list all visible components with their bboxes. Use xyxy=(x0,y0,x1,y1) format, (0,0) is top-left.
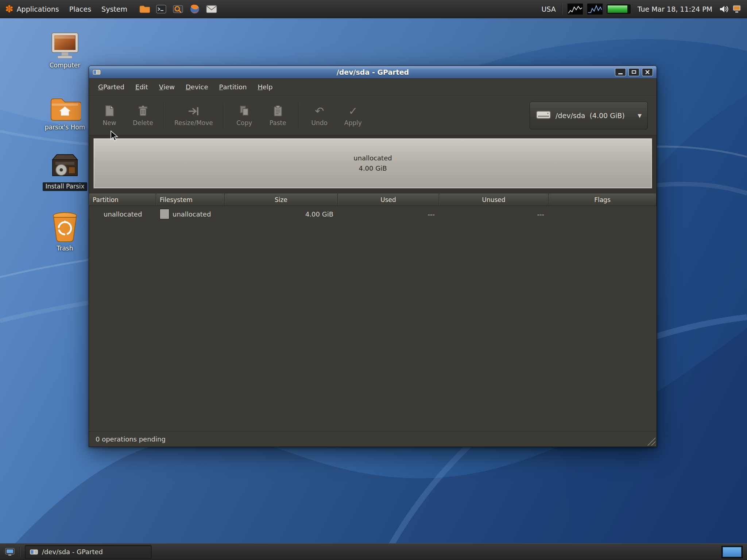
paste-button[interactable]: Paste xyxy=(261,101,295,129)
close-icon: × xyxy=(645,69,650,75)
column-header-unused[interactable]: Unused xyxy=(439,194,549,206)
column-header-partition[interactable]: Partition xyxy=(89,194,156,206)
column-header-filesystem[interactable]: Filesystem xyxy=(156,194,225,206)
maximize-button[interactable] xyxy=(628,68,639,76)
mouse-cursor xyxy=(110,131,120,141)
window-title: /dev/sda - GParted xyxy=(89,68,657,76)
row-size: 4.00 GiB xyxy=(305,210,333,218)
desktop-icon-install[interactable]: Install Parsix xyxy=(35,151,95,191)
column-header-size[interactable]: Size xyxy=(225,194,338,206)
minimize-icon xyxy=(618,73,623,74)
new-partition-icon xyxy=(104,104,115,117)
menubar: GParted Edit View Device Partition Help xyxy=(89,78,657,96)
applications-menu[interactable]: ✽ Applications xyxy=(0,0,64,18)
delete-button[interactable]: Delete xyxy=(126,101,160,129)
table-row[interactable]: unallocated unallocated 4.00 GiB --- --- xyxy=(89,206,657,222)
toolbar-separator xyxy=(223,102,224,129)
menu-view[interactable]: View xyxy=(154,78,180,96)
terminal-icon xyxy=(156,4,166,14)
mail-launcher[interactable] xyxy=(205,3,218,15)
chevron-down-icon: ▼ xyxy=(638,113,642,118)
maximize-icon xyxy=(632,70,636,74)
partition-table-body: unallocated unallocated 4.00 GiB --- --- xyxy=(89,206,657,431)
row-unused: --- xyxy=(537,210,545,218)
copy-icon xyxy=(239,104,250,117)
parsix-logo-icon: ✽ xyxy=(5,4,13,14)
top-panel: ✽ Applications Places System USA Tue Mar… xyxy=(0,0,747,18)
minimize-button[interactable] xyxy=(615,68,626,76)
bottom-panel: /dev/sda - GParted xyxy=(0,543,747,560)
new-button[interactable]: New xyxy=(93,101,126,129)
copy-button[interactable]: Copy xyxy=(228,101,261,129)
panel-launchers xyxy=(138,3,218,15)
gparted-app-icon xyxy=(30,548,38,556)
device-selector-size: (4.00 GiB) xyxy=(589,112,624,120)
places-menu[interactable]: Places xyxy=(64,0,96,18)
taskbar-item-label: /dev/sda - GParted xyxy=(42,548,103,556)
network-indicator[interactable] xyxy=(732,5,743,13)
file-manager-launcher[interactable] xyxy=(138,3,151,15)
active-workspace[interactable] xyxy=(723,547,742,557)
desktop-icon-label: Trash xyxy=(57,245,73,252)
toolbar: New Delete Resize/Move Copy Paste xyxy=(89,96,657,135)
workspace-switcher[interactable] xyxy=(721,546,743,558)
close-button[interactable]: × xyxy=(642,68,653,76)
screenshot-launcher[interactable] xyxy=(172,3,184,15)
terminal-launcher[interactable] xyxy=(155,3,167,15)
menu-edit[interactable]: Edit xyxy=(130,78,154,96)
system-menu[interactable]: System xyxy=(96,0,132,18)
undo-icon: ↶ xyxy=(315,104,324,117)
computer-icon xyxy=(49,32,81,60)
desktop-icon-computer[interactable]: Computer xyxy=(35,32,95,69)
column-header-flags[interactable]: Flags xyxy=(549,194,657,206)
system-monitor-graph-icon xyxy=(567,3,583,15)
menu-gparted[interactable]: GParted xyxy=(93,78,130,96)
web-browser-icon xyxy=(190,4,200,14)
toolbar-separator xyxy=(163,102,164,129)
taskbar-item-gparted[interactable]: /dev/sda - GParted xyxy=(25,545,152,559)
network-icon xyxy=(732,5,743,13)
menu-help[interactable]: Help xyxy=(252,78,278,96)
visual-partition-name: unallocated xyxy=(353,153,392,163)
resize-move-button[interactable]: Resize/Move xyxy=(168,101,220,129)
volume-control[interactable] xyxy=(719,5,729,13)
partition-table-header: Partition Filesystem Size Used Unused Fl… xyxy=(89,194,657,206)
drive-icon xyxy=(536,109,551,122)
device-selector-combo[interactable]: /dev/sda (4.00 GiB) ▼ xyxy=(530,102,648,129)
unallocated-visual-bar[interactable]: unallocated 4.00 GiB xyxy=(93,138,652,188)
system-monitor-applet[interactable] xyxy=(587,3,603,15)
trash-icon xyxy=(51,211,79,243)
keyboard-layout-indicator[interactable]: USA xyxy=(538,5,558,13)
row-filesystem: unallocated xyxy=(173,210,211,218)
menu-partition[interactable]: Partition xyxy=(214,78,252,96)
applet-handle xyxy=(562,3,562,14)
statusbar: 0 operations pending xyxy=(89,431,657,447)
apply-button[interactable]: ✓ Apply xyxy=(336,101,370,129)
resize-grip[interactable] xyxy=(646,436,655,446)
menu-device[interactable]: Device xyxy=(180,78,214,96)
desktop-icon-trash[interactable]: Trash xyxy=(35,211,95,252)
delete-icon xyxy=(138,104,148,117)
disk-visual-area: unallocated 4.00 GiB xyxy=(89,135,657,194)
desktop-icon-label: Computer xyxy=(50,62,81,69)
show-desktop-button[interactable] xyxy=(3,545,17,559)
show-desktop-icon xyxy=(5,548,15,556)
clock[interactable]: Tue Mar 18, 11:24 PM xyxy=(638,5,712,13)
desktop-icon-label: parsix's Hom xyxy=(45,124,85,131)
desktop-icon-home[interactable]: parsix's Hom xyxy=(35,96,95,131)
system-monitor-graph-icon xyxy=(587,3,603,15)
window-titlebar[interactable]: /dev/sda - GParted × xyxy=(89,66,657,78)
gparted-app-icon xyxy=(92,69,101,76)
resize-move-icon xyxy=(187,104,200,117)
battery-icon xyxy=(607,4,631,14)
battery-indicator[interactable] xyxy=(607,4,631,14)
installer-package-icon xyxy=(47,151,82,180)
web-browser-launcher[interactable] xyxy=(189,3,201,15)
system-monitor-applet[interactable] xyxy=(567,3,583,15)
visual-partition-size: 4.00 GiB xyxy=(359,163,387,174)
volume-icon xyxy=(719,5,729,13)
apply-icon: ✓ xyxy=(348,104,357,117)
column-header-used[interactable]: Used xyxy=(338,194,439,206)
undo-button[interactable]: ↶ Undo xyxy=(303,101,336,129)
file-manager-icon xyxy=(139,5,150,13)
